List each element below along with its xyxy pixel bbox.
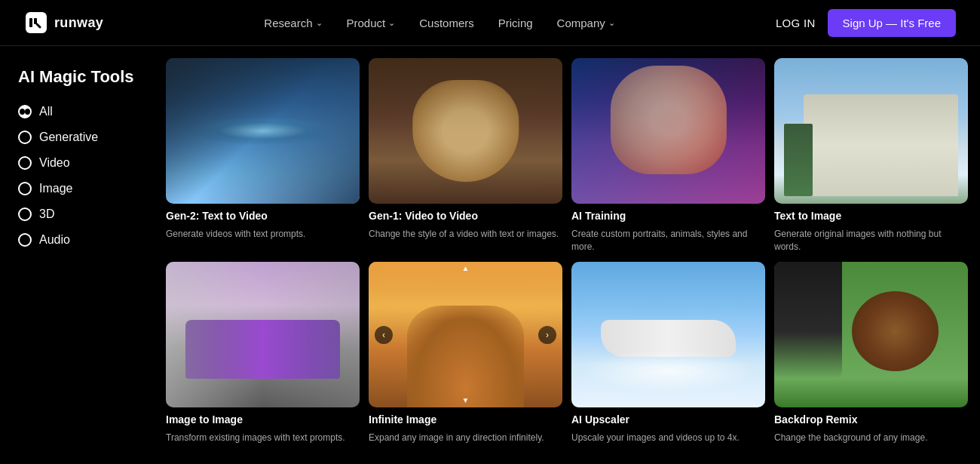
- card-title-infinite-image: Infinite Image: [369, 413, 562, 426]
- card-title-ai-upscaler: AI Upscaler: [571, 413, 765, 426]
- card-desc-backdrop-remix: Change the background of any image.: [774, 432, 968, 444]
- filter-video[interactable]: Video: [18, 156, 148, 170]
- card-title-ai-training: AI Training: [571, 210, 765, 222]
- filter-audio[interactable]: Audio: [18, 233, 148, 247]
- card-image-to-image[interactable]: Image to Image Transform existing images…: [166, 262, 360, 444]
- card-title-gen2: Gen-2: Text to Video: [166, 210, 360, 222]
- main-content: AI Magic Tools All Generative Video Imag…: [0, 46, 980, 464]
- card-title-image-to-image: Image to Image: [166, 413, 360, 426]
- filter-generative[interactable]: Generative: [18, 131, 148, 144]
- card-desc-gen1: Change the style of a video with text or…: [369, 228, 562, 241]
- nav-item-pricing[interactable]: Pricing: [498, 17, 533, 29]
- card-image-car: [166, 262, 360, 407]
- filter-all[interactable]: All: [18, 105, 148, 118]
- filter-3d[interactable]: 3D: [18, 207, 148, 221]
- grid-area: Gen-2: Text to Video Generate videos wit…: [166, 46, 980, 464]
- card-title-gen1: Gen-1: Video to Video: [369, 210, 562, 222]
- radio-video: [18, 156, 32, 170]
- signup-button[interactable]: Sign Up — It's Free: [828, 9, 956, 37]
- card-desc-infinite-image: Expand any image in any direction infini…: [369, 432, 562, 444]
- svg-rect-1: [29, 18, 32, 27]
- card-image-rock: ▲ ‹ › ▼: [369, 262, 562, 407]
- logo-text: runway: [54, 15, 103, 31]
- card-image-ocean: [166, 58, 360, 204]
- chevron-down-icon: ⌄: [316, 18, 323, 28]
- nav-item-product[interactable]: Product ⌄: [347, 17, 396, 29]
- card-backdrop-remix[interactable]: Backdrop Remix Change the background of …: [774, 262, 968, 444]
- radio-3d: [18, 207, 32, 221]
- card-text-to-image[interactable]: Text to Image Generate original images w…: [774, 58, 968, 253]
- scroll-top: ▲: [462, 265, 470, 272]
- card-desc-gen2: Generate videos with text prompts.: [166, 228, 360, 241]
- card-desc-text-to-image: Generate original images with nothing bu…: [774, 228, 968, 254]
- card-desc-image-to-image: Transform existing images with text prom…: [166, 432, 360, 444]
- radio-image: [18, 182, 32, 195]
- card-gen2[interactable]: Gen-2: Text to Video Generate videos wit…: [166, 58, 360, 253]
- nav-actions: LOG IN Sign Up — It's Free: [776, 9, 956, 37]
- sidebar-title: AI Magic Tools: [18, 67, 148, 87]
- card-image-soccer: [774, 262, 968, 407]
- card-ai-upscaler[interactable]: AI Upscaler Upscale your images and vide…: [571, 262, 765, 444]
- filter-list: All Generative Video Image 3D Audio: [18, 105, 148, 247]
- card-image-cartoon: [369, 58, 562, 204]
- card-ai-training[interactable]: AI Training Create custom portraits, ani…: [571, 58, 765, 253]
- radio-generative: [18, 131, 32, 144]
- card-gen1[interactable]: Gen-1: Video to Video Change the style o…: [369, 58, 562, 253]
- logo[interactable]: runway: [24, 11, 103, 35]
- nav-item-research[interactable]: Research ⌄: [264, 17, 322, 29]
- card-title-backdrop-remix: Backdrop Remix: [774, 413, 968, 426]
- login-button[interactable]: LOG IN: [776, 17, 816, 29]
- slider-prev-button[interactable]: ‹: [375, 326, 393, 344]
- radio-audio: [18, 233, 32, 247]
- runway-logo-icon: [24, 11, 48, 35]
- card-desc-ai-upscaler: Upscale your images and videos up to 4x.: [571, 432, 765, 444]
- nav-item-company[interactable]: Company ⌄: [557, 17, 615, 29]
- nav-item-customers[interactable]: Customers: [419, 17, 474, 29]
- filter-image[interactable]: Image: [18, 182, 148, 195]
- sidebar: AI Magic Tools All Generative Video Imag…: [0, 46, 166, 464]
- nav-links: Research ⌄ Product ⌄ Customers Pricing C…: [264, 17, 615, 29]
- chevron-down-icon: ⌄: [388, 18, 395, 28]
- chevron-down-icon: ⌄: [608, 18, 615, 28]
- navbar: runway Research ⌄ Product ⌄ Customers Pr…: [0, 0, 980, 46]
- slider-arrows: ‹ ›: [369, 326, 562, 344]
- card-image-house: [774, 58, 968, 204]
- card-image-portrait: [571, 58, 765, 204]
- card-title-text-to-image: Text to Image: [774, 210, 968, 222]
- card-desc-ai-training: Create custom portraits, animals, styles…: [571, 228, 765, 254]
- card-image-plane: [571, 262, 765, 407]
- scroll-bottom: ▼: [462, 397, 470, 404]
- radio-all: [18, 105, 32, 118]
- cards-grid: Gen-2: Text to Video Generate videos wit…: [166, 58, 968, 444]
- slider-next-button[interactable]: ›: [538, 326, 556, 344]
- card-infinite-image[interactable]: ▲ ‹ › ▼ Infinite Image Expand any image …: [369, 262, 562, 444]
